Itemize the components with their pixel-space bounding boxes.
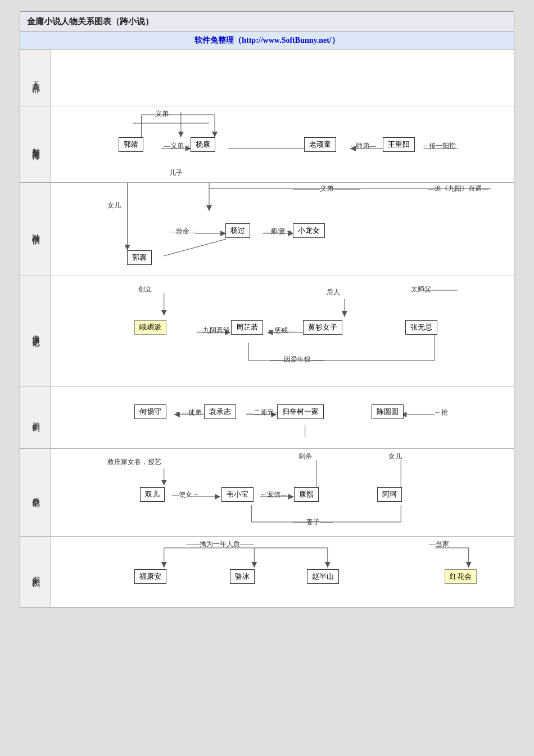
rel-shiq: —师/妻→ [264, 227, 292, 236]
svg-marker-32 [342, 311, 347, 317]
svg-marker-45 [161, 480, 167, 485]
svg-marker-61 [325, 562, 331, 568]
svg-marker-15 [206, 205, 212, 211]
rel-shinu: —使女→ [172, 490, 199, 500]
box-honghuahui: 红花会 [445, 569, 477, 584]
box-zhouzhirou: 周芷若 [231, 320, 263, 335]
rel-chengjie: ←惩戒— [268, 326, 295, 335]
svg-marker-57 [161, 562, 167, 568]
row-luding: 鹿鼎记 [20, 449, 514, 537]
main-container: 金庸小说人物关系图表（跨小说） 软件兔整理（http://www.SoftBun… [20, 11, 514, 608]
box-guojing: 郭靖 [119, 137, 143, 152]
rel-qiang: ←抢 [435, 408, 448, 417]
box-xiaolongnv: 小龙女 [293, 223, 325, 238]
box-kangxi: 康熙 [294, 487, 319, 502]
svg-marker-12 [212, 132, 218, 137]
row-tulong: 倚天屠龙记 [20, 276, 514, 386]
rel-erzi: 儿子 [169, 168, 183, 178]
row-bixue: 碧血剑 何惕守 ←—徒弟— [20, 386, 514, 449]
rel-shidi: ←师弟— [349, 141, 376, 151]
box-heyishou: 何惕守 [134, 404, 166, 419]
box-fukangan: 福康安 [134, 569, 166, 584]
box-yangguo: 杨过 [225, 223, 250, 238]
rel-cisha: 刺杀 [298, 452, 312, 461]
box-guoxiang: 郭襄 [127, 250, 152, 265]
box-guixinshu: 归辛树一家 [277, 404, 324, 419]
box-yangkang: 杨康 [191, 137, 215, 152]
svg-marker-23 [124, 245, 130, 250]
rel-yidi-top: 义弟 [155, 109, 169, 119]
box-shuanger: 双儿 [140, 487, 165, 502]
box-laowangtong: 老顽童 [304, 137, 336, 152]
svg-marker-49 [288, 494, 294, 500]
content-tulong: 创立 后人 太师父 峨嵋派 —九阴真经→ 周芷若 ←惩戒— 黄衫女子 张无忌 —… [51, 276, 514, 386]
svg-marker-26 [161, 310, 167, 316]
svg-line-24 [164, 239, 226, 256]
rel-chuangli: 创立 [138, 285, 152, 294]
box-yuanchengzhi: 袁承志 [204, 404, 236, 419]
rel-jiuyang: —追《九阳》而遇— [428, 184, 488, 194]
row-shujian: 书剑恩仇 ——擒为一年人质—— [20, 537, 514, 607]
rel-qin: ——擒为一年人质—— [186, 539, 254, 549]
rel-chongxin: ←宠信— [260, 490, 287, 500]
svg-marker-59 [251, 562, 257, 568]
content-shujian: ——擒为一年人质—— —当家 福康安 骆冰 赵半山 红花会 [51, 537, 514, 607]
svg-marker-47 [215, 494, 220, 500]
content-tianlong [51, 50, 514, 106]
main-title: 金庸小说人物关系图表（跨小说） [27, 17, 153, 26]
label-tulong: 倚天屠龙记 [20, 276, 51, 386]
box-wangchongyang: 王重阳 [383, 137, 415, 152]
rel-qizi: ——妻子—— [293, 518, 333, 527]
subtitle-bar: 软件兔整理（http://www.SoftBunny.net/） [20, 32, 514, 50]
subtitle: 软件兔整理（http://www.SoftBunny.net/） [194, 36, 339, 44]
rel-ershixiong: —二师兄→ [247, 408, 280, 417]
label-bixue: 碧血剑 [20, 386, 51, 448]
row-tianlong: 天龙八部 [20, 50, 514, 106]
title-bar: 金庸小说人物关系图表（跨小说） [20, 12, 514, 32]
rel-jiu: 救庄家女眷，授艺 [107, 457, 161, 467]
content-shendiao: ————义弟———— —追《九阳》而遇— 女儿 —救命— 杨过 —师/妻→ 小龙… [51, 183, 514, 276]
rel-houren: 后人 [327, 287, 340, 297]
rel-yinai: ——因爱生恨—— [270, 355, 324, 364]
rel-taishifu: 太师父 [411, 285, 431, 294]
label-tianlong: 天龙八部 [20, 50, 51, 106]
label-shediao: 射雕英雄传 [20, 106, 51, 182]
box-zhangwuji: 张无忌 [405, 320, 437, 335]
box-ake: 阿珂 [377, 487, 402, 502]
svg-marker-2 [178, 132, 184, 137]
row-shediao: 射雕英雄传 [20, 106, 514, 183]
rel-dangjia: —当家 [429, 539, 449, 549]
rel-nvr-shendiao: 女儿 [107, 201, 121, 210]
rel-jiuming: —救命— [169, 227, 196, 236]
rel-nvr-luding: 女儿 [388, 452, 402, 461]
box-luobing: 骆冰 [230, 569, 255, 584]
box-emei: 峨嵋派 [134, 320, 166, 335]
svg-marker-64 [466, 562, 472, 568]
box-zhaobanshan: 赵半山 [307, 569, 339, 584]
box-huangshan: 黄衫女子 [303, 320, 342, 335]
content-luding: 救庄家女眷，授艺 刺杀 女儿 双儿 —使女→ 韦小宝 ←宠信— 康熙 阿珂 ——… [51, 449, 514, 536]
rel-yidi-mid: —义弟→ [164, 141, 191, 151]
rel-yidi-shendiao: ————义弟———— [293, 184, 360, 194]
label-luding: 鹿鼎记 [20, 449, 51, 536]
rel-tudi: ←—徒弟— [175, 408, 209, 417]
box-chenyuanyuan: 陈圆圆 [372, 404, 404, 419]
content-bixue: 何惕守 ←—徒弟— 袁承志 —二师兄→ 归辛树一家 陈圆圆 ←抢 [51, 386, 514, 448]
label-shendiao: 神雕侠侣 [20, 183, 51, 276]
row-shendiao: 神雕侠侣 [20, 183, 514, 276]
label-shujian: 书剑恩仇 [20, 537, 51, 607]
content-area: 天龙八部 射雕英雄传 [20, 50, 514, 607]
box-weixiaobao: 韦小宝 [221, 487, 254, 502]
content-shediao: 义弟 郭靖 —义弟→ 杨康 老顽童 ←师弟— 王重阳 ←传一阳指 儿子 [51, 106, 514, 182]
rel-chuan: ←传一阳指 [422, 141, 456, 151]
